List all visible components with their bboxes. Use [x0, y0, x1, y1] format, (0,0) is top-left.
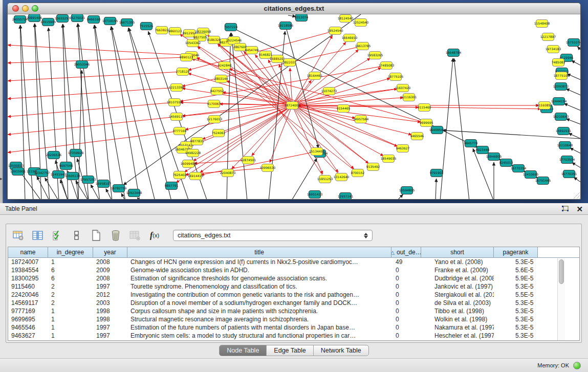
- table-row[interactable]: 1938455462009Genome-wide association stu…: [8, 266, 579, 274]
- graph-node[interactable]: 16210643: [553, 113, 569, 121]
- window-titlebar[interactable]: citations_edges.txt: [8, 3, 580, 14]
- graph-edge[interactable]: [292, 105, 383, 156]
- graph-node[interactable]: 8466160: [87, 16, 101, 24]
- graph-edge[interactable]: [8, 57, 186, 63]
- graph-edge[interactable]: [292, 78, 390, 105]
- column-header-name[interactable]: name: [8, 247, 48, 257]
- table-selector-dropdown[interactable]: citations_edges.txt: [173, 230, 373, 241]
- table-row[interactable]: 1872400712008Changes of HCN gene express…: [8, 258, 579, 266]
- graph-edge[interactable]: [8, 102, 175, 117]
- graph-node[interactable]: 18775106: [554, 72, 570, 80]
- import-table-button[interactable]: [129, 229, 141, 242]
- graph-node[interactable]: 9699695: [420, 119, 433, 127]
- graph-edge[interactable]: [201, 151, 317, 175]
- function-builder-button[interactable]: ff(x)(x): [148, 229, 161, 242]
- graph-node[interactable]: 12210648: [557, 142, 573, 149]
- graph-node[interactable]: 12957241: [338, 193, 354, 200]
- graph-edge[interactable]: [574, 177, 580, 182]
- graph-edge[interactable]: [566, 119, 580, 124]
- graph-node[interactable]: 11593853: [537, 102, 553, 110]
- close-panel-icon[interactable]: ✕: [576, 205, 583, 213]
- graph-node[interactable]: 10946805: [486, 153, 502, 161]
- graph-edge[interactable]: [94, 25, 112, 199]
- graph-node[interactable]: 13505135: [65, 172, 81, 180]
- graph-edge[interactable]: [112, 27, 155, 199]
- graph-node[interactable]: 9097548: [59, 162, 73, 170]
- graph-node[interactable]: 3822031: [283, 59, 297, 67]
- graph-node[interactable]: 11074273: [321, 87, 337, 95]
- graph-node[interactable]: 2803144: [214, 75, 228, 83]
- graph-node[interactable]: 18164461: [307, 72, 323, 80]
- graph-node[interactable]: 19524540: [328, 27, 343, 35]
- graph-edge[interactable]: [292, 58, 371, 105]
- graph-node[interactable]: 12874501: [241, 157, 256, 164]
- graph-edge[interactable]: [397, 194, 403, 199]
- graph-edge[interactable]: [292, 105, 354, 169]
- graph-node[interactable]: 7663822: [155, 27, 169, 34]
- graph-node[interactable]: 17703504: [559, 156, 575, 164]
- graph-node[interactable]: 18724007: [285, 102, 300, 110]
- tab-network-table[interactable]: Network Table: [314, 345, 368, 356]
- graph-node[interactable]: 13915905: [40, 18, 56, 26]
- graph-node[interactable]: 22040873: [220, 169, 236, 177]
- graph-edge[interactable]: [8, 72, 183, 81]
- graph-node[interactable]: 8454749: [245, 47, 259, 54]
- graph-node[interactable]: 7957224: [224, 24, 238, 31]
- graph-edge[interactable]: [188, 73, 292, 105]
- table-row[interactable]: 911546021997Tourette syndrome. Phenomeno…: [8, 282, 579, 291]
- graph-node[interactable]: 29053346: [74, 61, 90, 69]
- row-height-button[interactable]: [71, 229, 83, 242]
- graph-node[interactable]: 20206536: [46, 151, 62, 159]
- graph-edge[interactable]: [572, 163, 580, 168]
- graph-node[interactable]: 16409540: [429, 126, 445, 134]
- create-column-button[interactable]: [90, 229, 102, 242]
- graph-node[interactable]: 11548408: [534, 20, 550, 28]
- graph-node[interactable]: 12213394: [169, 84, 185, 92]
- graph-edge[interactable]: [292, 105, 338, 172]
- graph-edge[interactable]: [566, 89, 580, 95]
- table-row[interactable]: 2242004622012Investigating the contribut…: [8, 291, 579, 299]
- graph-node[interactable]: 9154465: [337, 105, 351, 113]
- graph-node[interactable]: 7625402: [173, 171, 187, 179]
- graph-edge[interactable]: [208, 35, 373, 167]
- graph-node[interactable]: 9115460: [418, 104, 431, 112]
- graph-node[interactable]: 13915901: [10, 168, 26, 176]
- graph-node[interactable]: 24055724: [12, 16, 28, 24]
- graph-node[interactable]: 9857791: [165, 182, 179, 190]
- graph-edge[interactable]: [572, 60, 580, 65]
- table-row[interactable]: 946362711997Embryonic stem cells: a mode…: [8, 332, 579, 340]
- column-header-year[interactable]: year: [93, 247, 127, 257]
- graph-node[interactable]: 15892931: [556, 127, 572, 135]
- graph-node[interactable]: 8700152: [351, 169, 365, 177]
- graph-node[interactable]: 16782759: [111, 185, 127, 192]
- network-canvas[interactable]: 1872400724055724208914061391590510655257…: [8, 14, 580, 199]
- table-mode-button[interactable]: [12, 229, 25, 242]
- graph-node[interactable]: 16951423: [307, 191, 323, 199]
- graph-edge[interactable]: [182, 46, 363, 86]
- table-row[interactable]: 977716911998Corpus callosum shape and si…: [8, 307, 579, 315]
- panel-collapse-arrow[interactable]: ▸: [0, 176, 3, 181]
- graph-node[interactable]: 9242848: [218, 62, 232, 70]
- graph-node[interactable]: 12116301: [401, 94, 417, 101]
- graph-node[interactable]: 4170067: [207, 100, 221, 108]
- graph-edge[interactable]: [292, 105, 411, 135]
- graph-node[interactable]: 16770354: [511, 165, 527, 172]
- graph-node[interactable]: 14957584: [353, 116, 369, 123]
- graph-edge[interactable]: [286, 26, 318, 148]
- scrollbar-thumb[interactable]: [559, 259, 564, 284]
- graph-node[interactable]: 12342757: [34, 169, 50, 177]
- graph-node[interactable]: 12410695: [523, 171, 539, 179]
- graph-node[interactable]: 9860123: [168, 28, 182, 35]
- graph-node[interactable]: 12444154: [551, 98, 567, 105]
- graph-node[interactable]: 7524061: [212, 129, 226, 137]
- graph-node[interactable]: 11451947: [51, 171, 67, 179]
- graph-node[interactable]: 19583265: [367, 52, 383, 59]
- graph-node[interactable]: 13142640: [334, 173, 350, 181]
- graph-node[interactable]: 9791902: [430, 169, 444, 177]
- graph-node[interactable]: 8313074: [295, 14, 309, 21]
- graph-node[interactable]: 16099489: [181, 160, 197, 168]
- graph-node[interactable]: 16958107: [96, 180, 112, 188]
- column-header-title[interactable]: title: [127, 247, 391, 257]
- column-header-short[interactable]: short: [421, 247, 494, 257]
- graph-node[interactable]: 16791445: [535, 177, 551, 185]
